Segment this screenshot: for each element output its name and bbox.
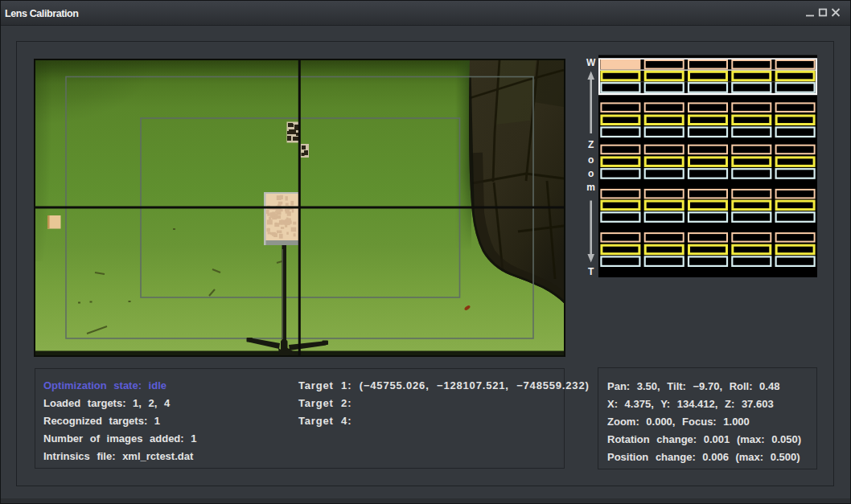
svg-text:W: W	[586, 57, 596, 68]
svg-text:o: o	[588, 154, 594, 166]
svg-text:o: o	[588, 168, 594, 179]
svg-text:T: T	[588, 266, 594, 277]
svg-text:Z: Z	[588, 139, 594, 150]
svg-text:m: m	[586, 182, 595, 193]
